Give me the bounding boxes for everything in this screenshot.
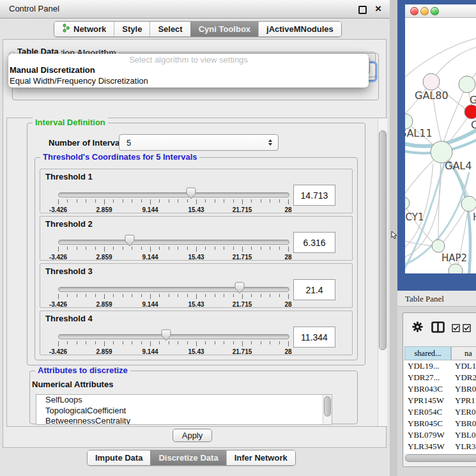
unnamed-node[interactable] xyxy=(449,264,463,273)
float-window-icon[interactable] xyxy=(358,6,367,14)
tick-mark xyxy=(178,341,178,344)
algorithm-option-equal-width-frequency-discretization[interactable]: Equal Width/Frequency Discretization xyxy=(10,76,148,86)
tab-network[interactable]: Network xyxy=(54,22,114,36)
slider-track[interactable] xyxy=(58,334,289,339)
cell-shared-name: YBL079W xyxy=(408,430,445,440)
table-row[interactable]: YLR345WYLR3 xyxy=(404,441,476,452)
tick-mark xyxy=(159,247,160,250)
tab-style[interactable]: Style xyxy=(114,22,150,36)
table-row[interactable]: YDL19...YDL1 xyxy=(404,360,476,372)
table-horizontal-scrollbar[interactable] xyxy=(404,454,476,462)
threshold-value-field[interactable]: 11.344 xyxy=(293,326,335,348)
network-window-titlebar[interactable] xyxy=(405,4,476,18)
tab-impute-data[interactable]: Impute Data xyxy=(88,450,150,465)
ga-node[interactable] xyxy=(459,76,475,93)
c-node[interactable] xyxy=(464,105,476,119)
number-of-intervals-combobox[interactable]: 5 xyxy=(119,134,279,151)
tick-mark xyxy=(132,341,132,344)
numerical-attributes-list[interactable]: SelfLoopsTopologicalCoefficientBetweenne… xyxy=(36,394,332,425)
tab-discretize-data[interactable]: Discretize Data xyxy=(150,450,226,465)
tick-mark xyxy=(196,247,197,252)
number-of-intervals-value: 5 xyxy=(127,138,131,148)
tick-label: -3.426 xyxy=(49,301,67,308)
tick-mark xyxy=(86,294,86,297)
tick-mark xyxy=(95,247,96,250)
minimize-traffic-light-icon[interactable] xyxy=(420,7,429,15)
settings-scrollbar-thumb[interactable] xyxy=(379,130,387,350)
tab-jactivemnodules[interactable]: jActiveMNodules xyxy=(258,22,341,36)
tick-mark xyxy=(141,199,142,203)
threshold-value-field[interactable]: 6.316 xyxy=(293,232,335,253)
zoom-traffic-light-icon[interactable] xyxy=(431,7,439,15)
close-traffic-light-icon[interactable] xyxy=(410,7,418,15)
tick-mark xyxy=(86,199,86,203)
slider-track[interactable] xyxy=(58,192,289,197)
tab-select[interactable]: Select xyxy=(150,22,190,36)
table-hscrollbar-thumb[interactable] xyxy=(405,454,476,462)
cell-shared-name: YBR043C xyxy=(408,384,443,394)
tick-mark xyxy=(113,341,114,344)
tick-label: 9.144 xyxy=(142,348,158,355)
column-header-name[interactable]: na xyxy=(451,346,476,360)
tab-cyni-toolbox[interactable]: Cyni Toolbox xyxy=(190,22,258,36)
gcy1-node[interactable] xyxy=(405,197,410,210)
threshold-slider[interactable]: -3.4262.8599.14415.4321.71528 xyxy=(58,233,288,261)
threshold-slider[interactable]: -3.4262.8599.14415.4321.71528 xyxy=(58,280,288,309)
tick-label: 28 xyxy=(284,301,291,308)
tick-label: 2.859 xyxy=(96,301,112,308)
columns-icon[interactable] xyxy=(431,321,445,335)
hap2-node[interactable] xyxy=(432,240,445,252)
tick-mark xyxy=(196,294,197,299)
attribute-item-topologicalcoefficient[interactable]: TopologicalCoefficient xyxy=(36,406,332,417)
checkbox-icon[interactable] xyxy=(463,323,471,335)
checkbox-icon[interactable] xyxy=(452,323,460,335)
tick-mark xyxy=(141,247,142,250)
table-row[interactable]: YBR045CYBR0 xyxy=(404,418,476,429)
settings-vertical-scrollbar[interactable] xyxy=(378,118,387,426)
table-row[interactable]: YDR27...YDR2 xyxy=(404,372,476,383)
network-canvas[interactable]: GAL80GACGAL11GAL4GCY1HHAP2 xyxy=(405,18,476,273)
threshold-slider[interactable]: -3.4262.8599.14415.4321.71528 xyxy=(58,186,288,214)
threshold-value-field[interactable]: 14.713 xyxy=(293,185,335,206)
attribute-item-selfloops[interactable]: SelfLoops xyxy=(36,395,332,406)
algorithm-option-manual-discretization[interactable]: Manual Discretization xyxy=(10,65,95,75)
tick-mark xyxy=(187,199,188,203)
attributes-scrollbar-thumb[interactable] xyxy=(324,396,331,417)
close-icon[interactable]: × xyxy=(375,0,381,18)
column-header-shared-name[interactable]: shared... xyxy=(404,346,451,360)
slider-thumb[interactable] xyxy=(186,187,196,199)
table-row[interactable]: YER054CYER0 xyxy=(404,406,476,418)
tab-infer-network[interactable]: Infer Network xyxy=(226,450,295,465)
node-label-gal4: GAL4 xyxy=(445,160,472,172)
node-label-gal11: GAL11 xyxy=(405,127,433,139)
tick-mark xyxy=(159,199,160,203)
gal80-node[interactable] xyxy=(423,73,440,90)
tick-mark xyxy=(77,247,77,250)
slider-track[interactable] xyxy=(58,287,289,292)
tick-label: 15.43 xyxy=(188,206,204,213)
h-node[interactable] xyxy=(461,196,476,211)
tick-mark xyxy=(95,341,96,344)
apply-button[interactable]: Apply xyxy=(173,429,212,442)
table-row[interactable]: YBR043CYBR0 xyxy=(404,383,476,395)
tick-mark xyxy=(242,247,243,252)
cell-name: YDR2 xyxy=(455,372,476,383)
table-row[interactable]: YPR145WYPR1 xyxy=(404,395,476,406)
slider-ticks xyxy=(58,341,288,348)
table-row[interactable]: YBL079WYBL0 xyxy=(404,429,476,441)
attributes-list-scrollbar[interactable] xyxy=(323,395,332,424)
slider-track[interactable] xyxy=(58,240,289,245)
slider-thumb[interactable] xyxy=(125,234,135,247)
node-label-ga: GA xyxy=(470,94,476,106)
attribute-item-betweennesscentrality[interactable]: BetweennessCentrality xyxy=(36,416,332,425)
threshold-value-field[interactable]: 21.4 xyxy=(293,279,335,300)
tab-label: Style xyxy=(122,24,142,34)
tick-mark xyxy=(132,199,132,203)
tick-mark xyxy=(113,294,114,297)
slider-thumb[interactable] xyxy=(161,329,171,341)
gear-icon[interactable] xyxy=(411,321,424,335)
slider-thumb[interactable] xyxy=(234,282,245,294)
tick-mark xyxy=(169,199,169,203)
tick-mark xyxy=(215,247,215,250)
threshold-slider[interactable]: -3.4262.8599.14415.4321.71528 xyxy=(58,328,288,356)
